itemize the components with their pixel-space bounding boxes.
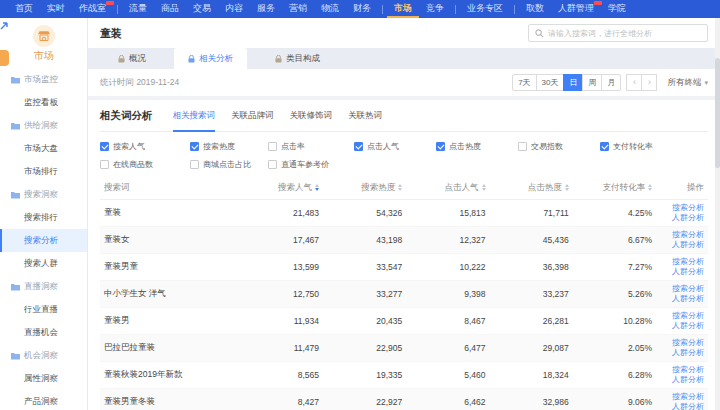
sidebar-item-search-crowd[interactable]: 搜索人群 [0, 252, 87, 275]
nav-item-content[interactable]: 内容 [218, 0, 250, 18]
search-analysis-link[interactable]: 搜索分析 [672, 338, 704, 348]
nav-item-service[interactable]: 服务 [250, 0, 282, 18]
value-cell-click-popularity: 9,398 [406, 281, 489, 308]
column-header-pay-conversion[interactable]: 支付转化率 [573, 177, 656, 200]
panel-header: 相关词分析 相关搜索词关联品牌词关联修饰词关联热词 [100, 109, 708, 132]
terminal-filter-select[interactable]: 所有终端 ▾ [667, 77, 708, 89]
crowd-analysis-link[interactable]: 人群分析 [672, 402, 704, 410]
word-tab-related-hot-words[interactable]: 关联热词 [348, 110, 382, 132]
column-header-search-popularity[interactable]: 搜索人气 [240, 177, 323, 200]
sidebar-item-search-rank[interactable]: 搜索排行 [0, 206, 87, 229]
nav-item-data-fetch[interactable]: 取数 [519, 0, 551, 18]
word-tab-related-brand-words[interactable]: 关联品牌词 [231, 110, 274, 132]
metric-checkbox-online-products[interactable]: 在线商品数 [100, 159, 190, 170]
crowd-analysis-link[interactable]: 人群分析 [672, 321, 704, 331]
nav-divider [382, 5, 383, 14]
metric-checkbox-click-popularity[interactable]: 点击人气 [354, 141, 436, 152]
metric-checkbox-search-heat[interactable]: 搜索热度 [190, 141, 268, 152]
nav-item-product[interactable]: 商品 [154, 0, 186, 18]
sidebar-item-monitor-board[interactable]: 监控看板 [0, 91, 87, 114]
nav-item-trade[interactable]: 交易 [186, 0, 218, 18]
checkbox-icon [268, 160, 277, 169]
nav-item-war-room[interactable]: 作战室 [72, 0, 113, 18]
nav-item-compete[interactable]: 竞争 [419, 0, 451, 18]
search-analysis-link[interactable]: 搜索分析 [672, 365, 704, 375]
sidebar-item-live-opportunity[interactable]: 直播机会 [0, 321, 87, 344]
word-tab-related-modifier-words[interactable]: 关联修饰词 [290, 110, 333, 132]
sidebar-item-industry-live[interactable]: 行业直播 [0, 298, 87, 321]
search-analysis-link[interactable]: 搜索分析 [672, 392, 704, 402]
sidebar-item-supply-insight: 供给洞察 [0, 114, 87, 137]
value-cell-click-heat: 36,398 [490, 254, 573, 281]
scrollbar[interactable] [715, 18, 720, 410]
nav-item-marketing[interactable]: 营销 [282, 0, 314, 18]
sidebar-item-market-monitor: 市场监控 [0, 68, 87, 91]
crowd-analysis-link[interactable]: 人群分析 [672, 267, 704, 277]
nav-item-finance[interactable]: 财务 [346, 0, 378, 18]
crowd-analysis-link[interactable]: 人群分析 [672, 213, 704, 223]
range-button-7d[interactable]: 7天 [512, 74, 536, 91]
metric-checkbox-search-popularity[interactable]: 搜索人气 [100, 141, 190, 152]
metric-checkbox-ztc-ref-price[interactable]: 直通车参考价 [268, 159, 354, 170]
value-cell-click-heat: 71,711 [490, 200, 573, 227]
metric-checkbox-mall-click-ratio[interactable]: 商城点击占比 [190, 159, 268, 170]
nav-divider [455, 5, 456, 14]
table-row-5: 巴拉巴拉童装11,47922,9056,47729,0872.05%搜索分析人群… [100, 335, 708, 362]
word-tab-related-search-words[interactable]: 相关搜索词 [173, 110, 216, 132]
nav-item-logistics[interactable]: 物流 [314, 0, 346, 18]
nav-item-crowd-mgmt[interactable]: 人群管理 [551, 0, 601, 18]
crowd-analysis-link[interactable]: 人群分析 [672, 240, 704, 250]
next-date-button[interactable]: › [641, 74, 657, 91]
search-analysis-link[interactable]: 搜索分析 [672, 257, 704, 267]
floating-widget-tag[interactable] [0, 50, 9, 66]
range-button-30d[interactable]: 30天 [536, 74, 565, 91]
nav-item-market[interactable]: 市场 [387, 0, 419, 18]
search-box[interactable] [528, 24, 708, 42]
metric-label: 直通车参考价 [281, 159, 329, 170]
search-input[interactable] [548, 29, 701, 38]
table-row-1: 童装女17,46743,19812,32745,4366.67%搜索分析人群分析 [100, 227, 708, 254]
sort-icon[interactable] [398, 184, 402, 191]
nav-item-biz-zone[interactable]: 业务专区 [460, 0, 510, 18]
column-header-search-heat[interactable]: 搜索热度 [323, 177, 406, 200]
sidebar-item-product-insight[interactable]: 产品洞察 [0, 390, 87, 410]
sort-icon[interactable] [315, 184, 319, 191]
tab-related-analysis[interactable]: 相关分析 [174, 48, 247, 69]
nav-item-home[interactable]: 首页 [8, 0, 40, 18]
prev-date-button[interactable]: ‹ [626, 74, 642, 91]
sidebar-item-search-analysis[interactable]: 搜索分析 [0, 229, 87, 252]
nav-item-realtime[interactable]: 实时 [40, 0, 72, 18]
sidebar-item-attribute-insight[interactable]: 属性洞察 [0, 367, 87, 390]
column-header-click-heat[interactable]: 点击热度 [490, 177, 573, 200]
lock-icon [275, 55, 282, 63]
crowd-analysis-link[interactable]: 人群分析 [672, 294, 704, 304]
tab-category-composition[interactable]: 类目构成 [261, 48, 334, 69]
sidebar-module: 市场 [0, 18, 87, 68]
folder-icon [11, 191, 20, 199]
metric-checkbox-pay-conversion[interactable]: 支付转化率 [600, 141, 708, 152]
metric-checkbox-trade-index[interactable]: 交易指数 [518, 141, 600, 152]
sort-icon[interactable] [648, 184, 652, 191]
metric-checkbox-click-heat[interactable]: 点击热度 [436, 141, 518, 152]
scrollbar-thumb[interactable] [715, 58, 720, 168]
sort-icon[interactable] [482, 184, 486, 191]
nav-item-academy[interactable]: 学院 [601, 0, 633, 18]
sidebar-item-market-overview[interactable]: 市场大盘 [0, 137, 87, 160]
sidebar-item-market-rank[interactable]: 市场排行 [0, 160, 87, 183]
column-header-click-popularity[interactable]: 点击人气 [406, 177, 489, 200]
nav-item-traffic[interactable]: 流量 [122, 0, 154, 18]
sort-icon[interactable] [565, 184, 569, 191]
search-analysis-link[interactable]: 搜索分析 [672, 203, 704, 213]
range-button-week[interactable]: 周 [582, 74, 602, 91]
range-button-day[interactable]: 日 [563, 74, 583, 91]
crowd-analysis-link[interactable]: 人群分析 [672, 348, 704, 358]
search-analysis-link[interactable]: 搜索分析 [672, 230, 704, 240]
crowd-analysis-link[interactable]: 人群分析 [672, 375, 704, 385]
floating-widget-icon[interactable] [0, 22, 9, 31]
metric-checkbox-click-rate[interactable]: 点击率 [268, 141, 354, 152]
metric-label: 点击率 [281, 141, 305, 152]
range-button-month[interactable]: 月 [601, 74, 621, 91]
tab-overview[interactable]: 概况 [104, 48, 160, 69]
search-analysis-link[interactable]: 搜索分析 [672, 311, 704, 321]
search-analysis-link[interactable]: 搜索分析 [672, 284, 704, 294]
